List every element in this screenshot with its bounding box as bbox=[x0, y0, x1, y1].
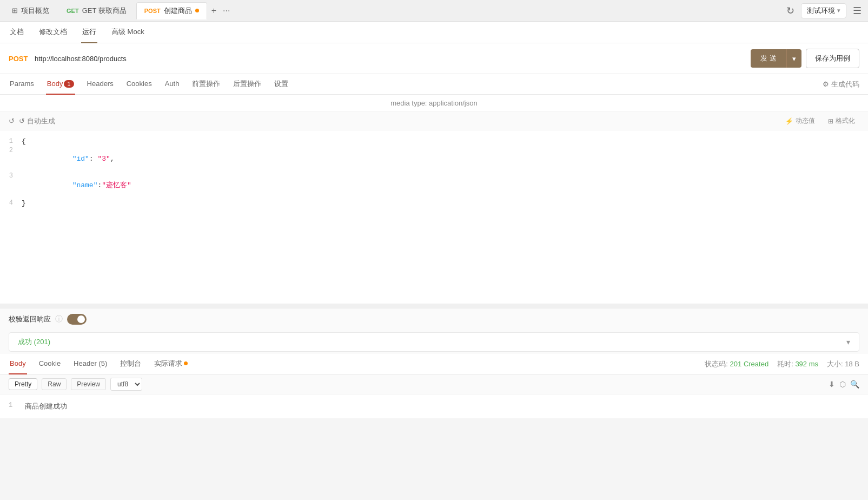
format-button[interactable]: ⊞ 格式化 bbox=[824, 115, 859, 127]
dynamic-label: 动态值 bbox=[796, 116, 815, 126]
tab-auth[interactable]: Auth bbox=[164, 74, 181, 95]
gen-code-label: 生成代码 bbox=[831, 80, 859, 89]
media-type-bar: media type: application/json bbox=[0, 95, 868, 112]
size-label: 大小: 18 B bbox=[827, 359, 859, 369]
auto-gen-button[interactable]: ↺ ↺ 自动生成 bbox=[9, 116, 55, 126]
project-overview-tab[interactable]: ⊞ 项目概览 bbox=[4, 2, 57, 19]
refresh-button[interactable]: ↻ bbox=[784, 3, 797, 19]
tab-body[interactable]: Body 1 bbox=[46, 74, 75, 95]
code-line-3: 3 "name":"迹忆客" bbox=[0, 172, 868, 199]
more-tabs-button[interactable]: ··· bbox=[221, 4, 232, 18]
auto-gen-icon: ↺ bbox=[9, 117, 15, 125]
send-button-group: 发 送 ▾ bbox=[751, 49, 801, 68]
status-chevron-icon: ▾ bbox=[846, 338, 850, 346]
subnav-edit-docs[interactable]: 修改文档 bbox=[38, 22, 68, 43]
validate-toggle[interactable] bbox=[67, 314, 87, 325]
dynamic-value-button[interactable]: ⚡ 动态值 bbox=[781, 115, 819, 127]
raw-format-button[interactable]: Raw bbox=[42, 378, 67, 390]
response-tab-console[interactable]: 控制台 bbox=[119, 354, 142, 374]
code-editor[interactable]: 1 { 2 "id": "3", 3 "name":"迹忆客" 4 } bbox=[0, 130, 868, 304]
line-content-2: "id": "3", bbox=[22, 147, 868, 171]
sub-nav: 文档 修改文档 运行 高级 Mock bbox=[0, 22, 868, 43]
post-method-label: POST bbox=[144, 8, 161, 14]
send-button[interactable]: 发 送 bbox=[751, 49, 786, 68]
response-toolbar: Pretty Raw Preview utf8 ⬇ ⬡ 🔍 bbox=[0, 374, 868, 394]
body-badge: 1 bbox=[64, 80, 74, 88]
size-value: 18 B bbox=[845, 360, 859, 368]
post-tab[interactable]: POST 创建商品 bbox=[136, 2, 207, 19]
media-type-label: media type: application/json bbox=[390, 99, 477, 107]
actual-dot bbox=[184, 361, 188, 365]
response-line-1: 1 商品创建成功 bbox=[9, 401, 859, 412]
response-tab-body[interactable]: Body bbox=[9, 354, 27, 374]
line-num-2: 2 bbox=[0, 147, 22, 154]
subnav-advanced-mock[interactable]: 高级 Mock bbox=[110, 22, 145, 43]
subnav-run[interactable]: 运行 bbox=[81, 22, 97, 43]
body-section: media type: application/json ↺ ↺ 自动生成 ⚡ … bbox=[0, 95, 868, 304]
tab-params[interactable]: Params bbox=[9, 74, 35, 95]
tab-post-action[interactable]: 后置操作 bbox=[232, 74, 262, 95]
post-tab-label: 创建商品 bbox=[164, 6, 192, 16]
copy-icon[interactable]: ⬡ bbox=[839, 380, 846, 389]
url-bar: POST 发 送 ▾ 保存为用例 bbox=[0, 43, 868, 74]
status-code-label: 状态码: 201 Created bbox=[705, 359, 768, 369]
project-label: 项目概览 bbox=[21, 6, 49, 16]
response-tabs: Body Cookie Header (5) 控制台 实际请求 状态码: 201… bbox=[0, 354, 868, 374]
tab-pre-action[interactable]: 前置操作 bbox=[191, 74, 221, 95]
search-icon[interactable]: 🔍 bbox=[850, 380, 859, 389]
url-input[interactable] bbox=[35, 55, 746, 63]
response-tab-cookie[interactable]: Cookie bbox=[38, 354, 62, 374]
line-num-4: 4 bbox=[0, 199, 22, 207]
tab-cookies[interactable]: Cookies bbox=[125, 74, 153, 95]
sidebar-toggle-button[interactable]: ☰ bbox=[851, 3, 864, 19]
line-num-3: 3 bbox=[0, 172, 22, 180]
subnav-docs[interactable]: 文档 bbox=[9, 22, 25, 43]
response-content: 1 商品创建成功 bbox=[0, 394, 868, 418]
get-tab-label: GET 获取商品 bbox=[82, 6, 127, 16]
project-icon: ⊞ bbox=[12, 6, 18, 15]
code-line-2: 2 "id": "3", bbox=[0, 146, 868, 172]
params-tabs: Params Body 1 Headers Cookies Auth 前置操作 … bbox=[0, 74, 868, 95]
auto-gen-label: ↺ 自动生成 bbox=[19, 116, 55, 126]
response-line-num-1: 1 bbox=[9, 402, 25, 409]
env-chevron-icon: ▾ bbox=[837, 7, 840, 14]
env-label: 测试环境 bbox=[807, 6, 835, 16]
code-line-1: 1 { bbox=[0, 137, 868, 146]
line-content-3: "name":"迹忆客" bbox=[22, 172, 868, 198]
top-tabbar: ⊞ 项目概览 GET GET 获取商品 POST 创建商品 + ··· ↻ 测试… bbox=[0, 0, 868, 22]
get-tab[interactable]: GET GET 获取商品 bbox=[59, 2, 134, 19]
editor-toolbar: ↺ ↺ 自动生成 ⚡ 动态值 ⊞ 格式化 bbox=[0, 112, 868, 130]
response-text-1: 商品创建成功 bbox=[25, 402, 67, 411]
add-tab-button[interactable]: + bbox=[209, 4, 218, 18]
unsaved-dot bbox=[195, 9, 199, 12]
status-label: 成功 (201) bbox=[18, 337, 50, 347]
line-content-1: { bbox=[22, 137, 868, 146]
pretty-format-button[interactable]: Pretty bbox=[9, 378, 37, 390]
format-label: 格式化 bbox=[836, 116, 855, 126]
gen-code-button[interactable]: ⚙ 生成代码 bbox=[823, 80, 859, 89]
save-as-example-button[interactable]: 保存为用例 bbox=[806, 49, 859, 68]
line-content-4: } bbox=[22, 199, 868, 207]
code-line-4: 4 } bbox=[0, 199, 868, 208]
response-tab-actual[interactable]: 实际请求 bbox=[153, 354, 189, 374]
send-dropdown-button[interactable]: ▾ bbox=[786, 49, 801, 68]
time-label: 耗时: 392 ms bbox=[777, 359, 818, 369]
response-toolbar-icons: ⬇ ⬡ 🔍 bbox=[829, 380, 859, 389]
status-code-value: 201 Created bbox=[730, 360, 769, 368]
tab-settings[interactable]: 设置 bbox=[273, 74, 289, 95]
validate-section: 校验返回响应 ⓘ bbox=[0, 308, 868, 330]
status-bar-wrapper: 成功 (201) ▾ bbox=[0, 330, 868, 354]
top-right-actions: ↻ 测试环境 ▾ ☰ bbox=[784, 3, 864, 19]
env-selector[interactable]: 测试环境 ▾ bbox=[801, 3, 846, 18]
section-divider bbox=[0, 304, 868, 308]
validate-label: 校验返回响应 bbox=[9, 314, 51, 324]
download-icon[interactable]: ⬇ bbox=[829, 380, 835, 389]
editor-actions: ⚡ 动态值 ⊞ 格式化 bbox=[781, 115, 859, 127]
tab-headers[interactable]: Headers bbox=[86, 74, 115, 95]
encoding-select[interactable]: utf8 bbox=[110, 378, 142, 391]
response-tab-header[interactable]: Header (5) bbox=[72, 354, 108, 374]
get-method-label: GET bbox=[67, 8, 79, 14]
preview-format-button[interactable]: Preview bbox=[71, 378, 106, 390]
status-bar[interactable]: 成功 (201) ▾ bbox=[9, 332, 859, 352]
validate-info-icon: ⓘ bbox=[55, 314, 63, 324]
